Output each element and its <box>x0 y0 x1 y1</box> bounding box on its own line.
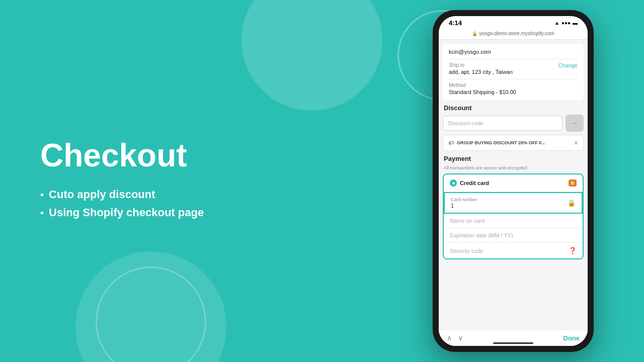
ship-to-value: add, apt, 123 city , Taiwan <box>449 69 513 75</box>
signal-icon: ●●● <box>561 20 571 26</box>
phone-screen: 4:14 ▲ ●●● ▬ 🔒 yosgo-demo-store.myshopif… <box>439 16 588 346</box>
feature-list: Cuto apply discount Using Shopify checko… <box>40 188 204 219</box>
nav-down-arrow[interactable]: ∨ <box>458 334 463 342</box>
payment-subtitle: All transactions are secure and encrypte… <box>444 165 584 170</box>
discount-apply-button[interactable]: → <box>566 115 584 132</box>
phone-frame: 4:14 ▲ ●●● ▬ 🔒 yosgo-demo-store.myshopif… <box>433 10 594 352</box>
browser-bar: 🔒 yosgo-demo-store.myshopify.com <box>439 29 588 40</box>
payment-section: Payment All transactions are secure and … <box>443 155 584 259</box>
security-code-placeholder: Security code <box>450 248 569 254</box>
card-number-value: 1 <box>451 203 568 209</box>
method-label: Method <box>449 82 578 88</box>
browser-url: 🔒 yosgo-demo-store.myshopify.com <box>472 31 554 36</box>
battery-icon: ▬ <box>573 20 578 26</box>
expiration-field[interactable]: Expiration date (MM / YY) <box>444 228 583 243</box>
help-icon: ❓ <box>569 247 577 254</box>
security-code-content: Security code <box>450 248 569 254</box>
security-code-field[interactable]: Security code ❓ <box>444 243 583 258</box>
expiration-content: Expiration date (MM / YY) <box>450 232 577 238</box>
email-value: kcin@yosgo.com <box>449 49 578 55</box>
status-bar: 4:14 ▲ ●●● ▬ <box>439 16 588 29</box>
payment-card: Credit card B Card number 1 🔒 <box>443 173 584 259</box>
shield-icon: 🏷 <box>448 140 454 146</box>
bg-circle-top-right <box>242 0 382 111</box>
wifi-icon: ▲ <box>554 20 559 26</box>
payment-title: Payment <box>444 155 584 162</box>
brand-badge: B <box>569 179 577 187</box>
page-title: Checkout <box>40 138 204 173</box>
discount-title: Discount <box>444 104 584 112</box>
radio-selected[interactable] <box>450 179 457 187</box>
ship-to-row: Ship to add, apt, 123 city , Taiwan Chan… <box>449 62 578 75</box>
nav-arrows[interactable]: ∧ ∨ <box>447 334 463 342</box>
expiration-placeholder: Expiration date (MM / YY) <box>450 232 577 238</box>
name-on-card-field[interactable]: Name on card <box>444 214 583 228</box>
discount-badge-text: GROUP BUYING DISCOUNT 20% OFF F... <box>457 140 545 145</box>
card-number-label: Card number <box>451 197 568 202</box>
page-content[interactable]: kcin@yosgo.com Ship to add, apt, 123 cit… <box>439 40 588 335</box>
feature-item-2: Using Shopify checkout page <box>40 206 204 219</box>
lock-field-icon: 🔒 <box>568 199 576 207</box>
card-number-content: Card number 1 <box>451 197 568 209</box>
phone-mockup: 4:14 ▲ ●●● ▬ 🔒 yosgo-demo-store.myshopif… <box>433 10 594 352</box>
credit-card-text: Credit card <box>460 180 489 186</box>
discount-placeholder: Discount code <box>448 120 484 126</box>
name-placeholder: Name on card <box>450 218 577 224</box>
change-link[interactable]: Change <box>558 62 578 68</box>
method-value: Standard Shipping - $10.00 <box>449 89 578 95</box>
status-time: 4:14 <box>449 19 462 27</box>
discount-section: Discount Discount code → 🏷 GROUP BUYING … <box>443 104 584 151</box>
done-button[interactable]: Done <box>564 334 580 342</box>
divider-1 <box>449 59 578 59</box>
nav-up-arrow[interactable]: ∧ <box>447 334 452 342</box>
contact-section: kcin@yosgo.com Ship to add, apt, 123 cit… <box>443 44 584 100</box>
discount-badge-content: 🏷 GROUP BUYING DISCOUNT 20% OFF F... <box>448 140 545 146</box>
url-text: yosgo-demo-store.myshopify.com <box>479 31 554 36</box>
name-on-card-content: Name on card <box>450 218 577 224</box>
payment-card-header: Credit card B <box>444 174 583 192</box>
status-icons: ▲ ●●● ▬ <box>554 20 578 26</box>
ship-to-content: Ship to add, apt, 123 city , Taiwan <box>449 62 513 75</box>
discount-input-row[interactable]: Discount code → <box>443 115 584 132</box>
home-indicator <box>493 342 533 344</box>
feature-item-1: Cuto apply discount <box>40 188 204 201</box>
lock-icon: 🔒 <box>472 31 477 36</box>
divider-2 <box>449 79 578 79</box>
discount-code-input[interactable]: Discount code <box>443 116 562 131</box>
ship-to-label: Ship to <box>449 62 513 68</box>
method-row: Method Standard Shipping - $10.00 <box>449 82 578 95</box>
credit-card-label: Credit card <box>450 179 489 187</box>
card-number-field[interactable]: Card number 1 🔒 <box>444 192 583 214</box>
left-content: Checkout Cuto apply discount Using Shopi… <box>40 138 204 224</box>
discount-badge: 🏷 GROUP BUYING DISCOUNT 20% OFF F... × <box>443 135 584 151</box>
discount-badge-close[interactable]: × <box>574 139 578 147</box>
